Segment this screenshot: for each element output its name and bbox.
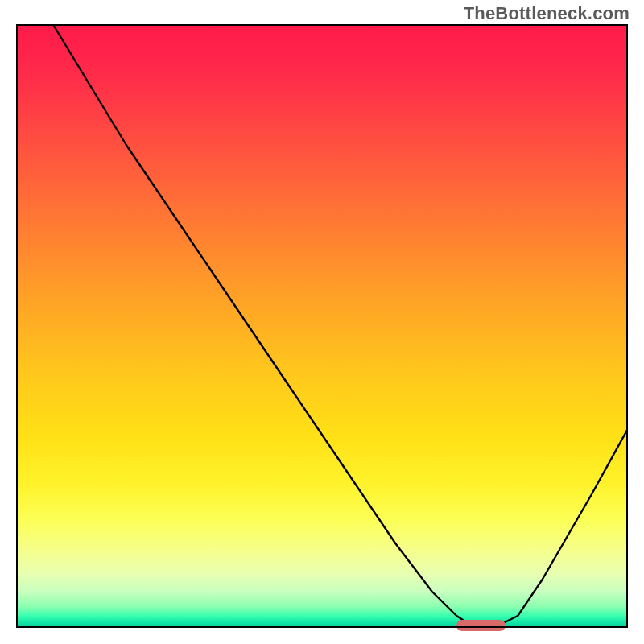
chart-plot-area	[16, 24, 628, 628]
watermark-text: TheBottleneck.com	[464, 3, 630, 24]
optimal-range-marker	[456, 620, 506, 631]
chart-line-svg	[16, 24, 628, 628]
bottleneck-curve-path	[53, 24, 628, 628]
